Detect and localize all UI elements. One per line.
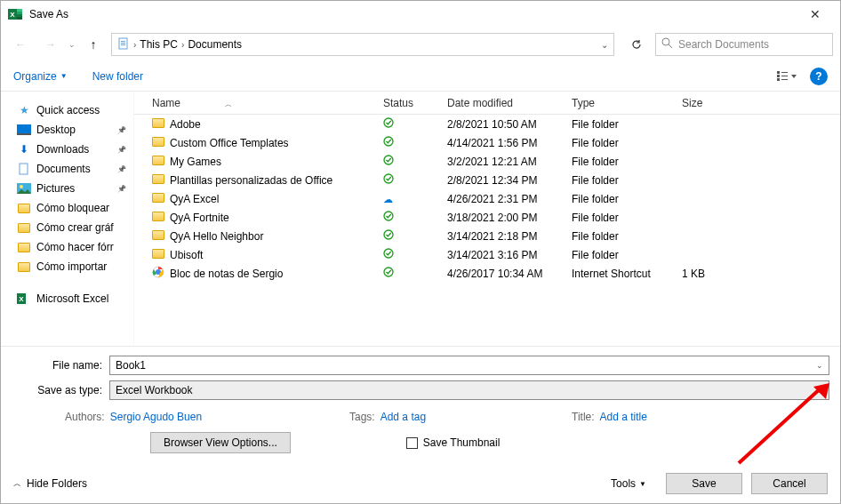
svg-point-34 xyxy=(384,268,393,276)
view-options-button[interactable] xyxy=(771,66,803,87)
file-name: Ubisoft xyxy=(170,249,203,261)
save-form: File name: Book1⌄ Save as type: Excel Wo… xyxy=(1,347,840,464)
search-input[interactable]: Search Documents xyxy=(655,33,833,56)
sidebar-documents[interactable]: Documents xyxy=(1,159,133,179)
col-type[interactable]: Type xyxy=(572,97,682,109)
file-icon xyxy=(152,174,164,187)
toolbar: Organize ▼ New folder ? xyxy=(1,61,840,92)
pictures-icon xyxy=(17,181,31,196)
svg-point-31 xyxy=(384,249,393,258)
file-name: Bloc de notas de Sergio xyxy=(170,268,283,280)
svg-point-30 xyxy=(384,230,393,239)
check-icon xyxy=(383,231,394,242)
file-date: 3/14/2021 3:16 PM xyxy=(447,249,572,261)
svg-point-29 xyxy=(384,212,393,220)
sidebar-folder[interactable]: Cómo hacer fórr xyxy=(1,237,133,257)
organize-menu[interactable]: Organize ▼ xyxy=(13,70,68,83)
refresh-button[interactable] xyxy=(623,33,650,56)
file-date: 4/26/2017 10:34 AM xyxy=(447,268,572,280)
file-name: Adobe xyxy=(170,118,201,131)
address-bar[interactable]: › This PC › Documents ⌄ xyxy=(111,33,614,56)
title-value[interactable]: Add a title xyxy=(600,411,647,423)
tags-label: Tags: xyxy=(349,411,375,423)
col-date[interactable]: Date modified xyxy=(447,97,572,109)
file-icon xyxy=(152,156,164,168)
file-date: 3/2/2021 12:21 AM xyxy=(447,156,572,168)
sidebar-folder[interactable]: Cómo crear gráf xyxy=(1,218,133,237)
check-icon xyxy=(383,138,394,148)
cancel-button[interactable]: Cancel xyxy=(751,473,828,494)
file-row[interactable]: Bloc de notas de Sergio4/26/2017 10:34 A… xyxy=(134,264,840,283)
svg-rect-16 xyxy=(781,76,788,76)
breadcrumb-current[interactable]: Documents xyxy=(188,38,242,51)
sidebar-excel[interactable]: XMicrosoft Excel xyxy=(1,289,133,308)
svg-point-25 xyxy=(384,118,393,127)
col-status[interactable]: Status xyxy=(383,97,447,109)
file-name: QyA Hello Neighbor xyxy=(170,230,263,243)
documents-icon xyxy=(117,37,130,52)
hide-folders-button[interactable]: ︿Hide Folders xyxy=(13,477,87,490)
file-row[interactable]: QyA Hello Neighbor3/14/2021 2:18 PMFile … xyxy=(134,227,840,245)
breadcrumb-root[interactable]: This PC xyxy=(140,38,178,51)
chevron-down-icon[interactable]: ⌄ xyxy=(601,40,608,50)
search-icon xyxy=(661,37,673,52)
file-type: Internet Shortcut xyxy=(572,268,682,280)
file-row[interactable]: Ubisoft3/14/2021 3:16 PMFile folder xyxy=(134,245,840,264)
browser-view-options-button[interactable]: Browser View Options... xyxy=(150,432,291,453)
svg-rect-18 xyxy=(17,124,31,133)
save-type-dropdown[interactable]: Excel Workbook⌄ xyxy=(109,380,829,400)
check-icon xyxy=(383,156,394,167)
up-button[interactable]: ↑ xyxy=(81,37,106,52)
sidebar-desktop[interactable]: Desktop xyxy=(1,120,133,140)
svg-rect-8 xyxy=(121,43,125,44)
col-size[interactable]: Size xyxy=(682,97,753,109)
file-row[interactable]: QyA Fortnite3/18/2021 2:00 PMFile folder xyxy=(134,208,840,227)
help-button[interactable]: ? xyxy=(810,68,828,85)
sidebar-quick-access[interactable]: ★Quick access xyxy=(1,100,133,120)
sidebar-downloads[interactable]: ⬇Downloads xyxy=(1,140,133,159)
col-name[interactable]: Name︿ xyxy=(134,97,383,109)
folder-icon xyxy=(17,201,31,215)
tags-value[interactable]: Add a tag xyxy=(380,411,426,423)
new-folder-button[interactable]: New folder xyxy=(92,70,143,83)
authors-value[interactable]: Sergio Agudo Buen xyxy=(110,411,202,423)
tools-menu[interactable]: Tools▼ xyxy=(611,477,646,490)
file-row[interactable]: Custom Office Templates4/14/2021 1:56 PM… xyxy=(134,133,840,152)
chevron-up-icon: ︿ xyxy=(13,478,21,490)
chevron-right-icon: › xyxy=(181,40,184,50)
file-name-input[interactable]: Book1⌄ xyxy=(109,356,829,375)
file-icon xyxy=(152,137,164,149)
chevron-down-icon[interactable]: ⌄ xyxy=(816,386,823,395)
svg-rect-5 xyxy=(17,17,22,20)
documents-icon xyxy=(17,162,31,176)
column-headers: Name︿ Status Date modified Type Size xyxy=(134,92,840,115)
excel-icon: X xyxy=(17,292,31,306)
body: ★Quick access Desktop ⬇Downloads Documen… xyxy=(1,92,840,347)
close-button[interactable]: ✕ xyxy=(797,7,833,21)
cloud-icon: ☁ xyxy=(383,194,393,204)
file-row[interactable]: My Games3/2/2021 12:21 AMFile folder xyxy=(134,152,840,171)
file-row[interactable]: QyA Excel☁4/26/2021 2:31 PMFile folder xyxy=(134,189,840,208)
file-date: 2/8/2021 12:34 PM xyxy=(447,174,572,187)
file-size: 1 KB xyxy=(682,268,753,280)
sidebar-folder[interactable]: Cómo bloquear xyxy=(1,198,133,218)
checkbox-icon xyxy=(406,437,418,449)
svg-rect-9 xyxy=(121,44,125,45)
file-icon xyxy=(152,212,164,224)
sidebar-folder[interactable]: Cómo importar xyxy=(1,257,133,276)
file-row[interactable]: Adobe2/8/2021 10:50 AMFile folder xyxy=(134,115,840,133)
svg-rect-19 xyxy=(17,133,31,135)
forward-button[interactable]: → xyxy=(38,32,63,57)
file-type: File folder xyxy=(572,249,682,261)
save-button[interactable]: Save xyxy=(666,473,742,494)
save-thumbnail-checkbox[interactable]: Save Thumbnail xyxy=(406,436,501,449)
chevron-down-icon[interactable]: ⌄ xyxy=(816,361,823,370)
file-type: File folder xyxy=(572,212,682,224)
history-dropdown[interactable]: ⌄ xyxy=(68,40,76,49)
file-date: 4/26/2021 2:31 PM xyxy=(447,193,572,205)
file-row[interactable]: Plantillas personalizadas de Office2/8/2… xyxy=(134,171,840,189)
sidebar-pictures[interactable]: Pictures xyxy=(1,179,133,198)
file-name-label: File name: xyxy=(12,359,109,372)
back-button[interactable]: ← xyxy=(8,32,33,57)
file-icon xyxy=(152,249,164,261)
